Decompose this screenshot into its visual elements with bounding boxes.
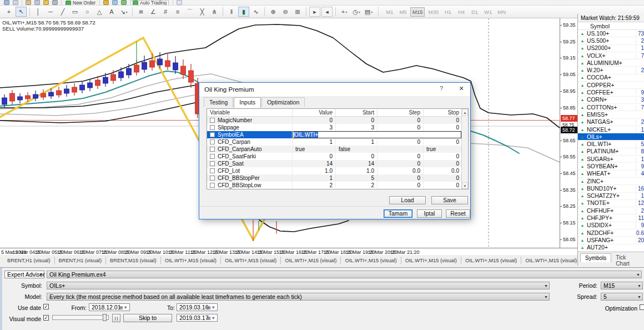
save-button[interactable]: Save bbox=[431, 196, 468, 204]
horizontal-line-icon[interactable]: ─ bbox=[45, 7, 56, 17]
visual-mode-checkbox[interactable]: ✓ bbox=[43, 315, 49, 321]
cursor-icon[interactable]: ↖ bbox=[16, 7, 27, 17]
tab-tick-chart[interactable]: Tick Chart bbox=[611, 253, 644, 268]
market-watch-row[interactable]: ▲OILs+ bbox=[578, 133, 644, 141]
symbol-select[interactable]: OILs+▼ bbox=[47, 282, 550, 289]
tab-symbols[interactable]: Symbols bbox=[580, 253, 611, 262]
skip-to-date-field[interactable]: 2019.03.17▦▼ bbox=[177, 314, 218, 322]
input-row[interactable]: MagicNumber0000 bbox=[207, 117, 468, 124]
market-watch-row[interactable]: ▲CORN+3 bbox=[578, 97, 644, 104]
timeframe-d1-button[interactable]: D1 bbox=[469, 7, 481, 17]
use-date-checkbox[interactable]: ✓ bbox=[43, 304, 49, 309]
market-watch-row[interactable]: ▲COFFEE+9 bbox=[578, 89, 644, 96]
navigator-icon[interactable] bbox=[43, 0, 49, 5]
fibo-grid-icon[interactable]: # bbox=[160, 7, 171, 17]
market-watch-row[interactable]: ▲USFANG+20 bbox=[578, 237, 644, 244]
input-row[interactable]: CFD_SaatFarki0000 bbox=[207, 153, 468, 160]
optimization-checkbox[interactable] bbox=[640, 304, 644, 310]
chart-tab[interactable]: BRENT,H1 (visual) bbox=[3, 257, 55, 264]
market-watch-row[interactable]: ▲US2000+1 bbox=[578, 45, 644, 52]
profiles-icon[interactable] bbox=[13, 0, 18, 5]
market-watch-icon[interactable] bbox=[26, 0, 31, 5]
ellipse-icon[interactable]: ○ bbox=[82, 7, 93, 17]
chart-tab[interactable]: OIL.WTI+,M15 (visual) bbox=[161, 257, 221, 264]
period-select[interactable]: M15▼ bbox=[601, 282, 643, 289]
chart-tab[interactable]: OIL.WTI+,M15 (visual) bbox=[221, 257, 281, 264]
input-row[interactable]: CFD_CarpanAutotruefalsetrue bbox=[207, 146, 468, 153]
timeframe-m30-button[interactable]: M30 bbox=[426, 7, 440, 17]
market-watch-row[interactable]: ▲AUT20+ bbox=[578, 244, 644, 252]
price-axis[interactable]: 58.77 58.75 58.72 59.3559.2559.1559.0558… bbox=[560, 18, 577, 248]
market-watch-row[interactable]: ▲NICKEL+1 bbox=[578, 126, 644, 133]
templates-icon[interactable]: ▤▾ bbox=[363, 7, 374, 17]
arrows-icon[interactable]: ↘▾ bbox=[118, 7, 129, 17]
variable-checkbox[interactable] bbox=[210, 183, 215, 188]
terminal-icon[interactable] bbox=[52, 0, 58, 5]
chart-tab[interactable]: OIL.WTI+,M15 (visual) bbox=[461, 257, 521, 264]
to-date-field[interactable]: 2019.03.16▦▼ bbox=[177, 303, 218, 311]
variable-checkbox[interactable] bbox=[210, 118, 215, 123]
variable-checkbox[interactable] bbox=[210, 132, 215, 137]
ea-name-select[interactable]: Oil King Premium.ex4▼ bbox=[47, 271, 642, 278]
market-watch-row[interactable]: ▲EMISS+ bbox=[578, 111, 644, 118]
new-order-button[interactable]: New Order bbox=[66, 0, 95, 6]
symbol-ea-edit-field[interactable]: OIL.WTI+ bbox=[293, 131, 461, 138]
market-watch-row[interactable]: ▲ALUMINIUM+ bbox=[578, 59, 644, 67]
triangle-icon[interactable]: △ bbox=[94, 7, 105, 17]
input-row[interactable]: CFD_Lot1.01.00.00.0 bbox=[207, 167, 468, 174]
chart-tab[interactable]: OIL.WTI+,M15 (visual) bbox=[521, 257, 577, 264]
chart-tab[interactable]: BRENT,M15 (visual) bbox=[106, 257, 161, 264]
timeframe-h4-button[interactable]: H4 bbox=[455, 7, 467, 17]
market-watch-row[interactable]: ▲VOLX+7 bbox=[578, 52, 644, 59]
market-watch-row[interactable]: ▲ZINC+ bbox=[578, 178, 644, 185]
market-watch-row[interactable]: ▲PLATINUM+8 bbox=[578, 148, 644, 156]
market-watch-row[interactable]: ▲CHFHUF+2 bbox=[578, 207, 644, 214]
table-scrollbar[interactable]: ▲ ▼ bbox=[461, 109, 468, 189]
market-watch-row[interactable]: ▲US.500+2 bbox=[578, 37, 644, 44]
input-row[interactable]: Slippage3300 bbox=[207, 124, 468, 131]
market-watch-row[interactable]: ▲NATGAS+2 bbox=[578, 119, 644, 126]
indicators-icon[interactable]: +▾ bbox=[339, 7, 350, 17]
chart-shift-icon[interactable]: ◂ bbox=[321, 7, 333, 17]
input-row[interactable]: CFD_Carpan1100 bbox=[207, 138, 468, 146]
variable-checkbox[interactable] bbox=[210, 139, 215, 144]
market-watch-row[interactable]: ▲W.20+2 bbox=[578, 67, 644, 74]
scroll-down-icon[interactable]: ▼ bbox=[462, 182, 468, 189]
variable-checkbox[interactable] bbox=[210, 176, 215, 181]
metaquotes-icon[interactable] bbox=[103, 0, 109, 5]
timeframe-m1-button[interactable]: M1 bbox=[384, 7, 396, 17]
market-watch-row[interactable]: ▲SOYBEAN+9 bbox=[578, 163, 644, 170]
timeframe-mn-button[interactable]: MN bbox=[495, 7, 508, 17]
variable-checkbox[interactable] bbox=[210, 161, 215, 166]
ok-button[interactable]: Tamam bbox=[384, 209, 412, 218]
variable-checkbox[interactable] bbox=[210, 147, 215, 152]
scroll-up-icon[interactable]: ▲ bbox=[462, 109, 468, 116]
market-watch-row[interactable]: ▲COTTONs+7 bbox=[578, 104, 644, 111]
help-icon[interactable] bbox=[121, 0, 127, 5]
new-chart-icon[interactable] bbox=[4, 0, 9, 5]
timeframe-w1-button[interactable]: W1 bbox=[482, 7, 494, 17]
input-row[interactable]: SymbolEAOIL.WTI+ bbox=[207, 131, 468, 138]
bar-chart-icon[interactable]: ‖ bbox=[226, 7, 237, 17]
chart-tab[interactable]: OIL.WTI+,M15 (visual) bbox=[401, 257, 461, 264]
time-axis[interactable]: 5 Mar 201915 Mar 04:2015 Mar 05:2015 Mar… bbox=[0, 248, 577, 255]
auto-scroll-icon[interactable]: ▸ bbox=[309, 7, 320, 17]
slider-thumb[interactable] bbox=[103, 314, 107, 321]
market-watch-row[interactable]: ▲WHEAT+4 bbox=[578, 171, 644, 178]
market-watch-symbol-column-header[interactable]: Symbol bbox=[578, 22, 644, 30]
line-chart-icon[interactable]: ∿ bbox=[250, 7, 261, 17]
fibo-expansion-icon[interactable]: ≡ bbox=[172, 7, 183, 17]
dialog-tab-optimization[interactable]: Optimization bbox=[261, 97, 305, 107]
market-watch-row[interactable]: ▲SUGARs+1 bbox=[578, 156, 644, 163]
input-row[interactable]: CFD_BBStopPer1500 bbox=[207, 174, 468, 182]
candlestick-chart-icon[interactable]: ▮ bbox=[238, 7, 249, 17]
andrews-pitchfork-icon[interactable]: ⋔ bbox=[209, 7, 220, 17]
tile-windows-icon[interactable]: ⊞ bbox=[292, 7, 303, 17]
reset-button[interactable]: Reset bbox=[446, 209, 470, 218]
load-button[interactable]: Load bbox=[389, 196, 426, 204]
visual-speed-slider[interactable] bbox=[52, 315, 109, 320]
vertical-line-icon[interactable]: │ bbox=[33, 7, 44, 17]
market-watch-row[interactable]: ▲CHFJPY+11 bbox=[578, 214, 644, 222]
ea-type-select[interactable]: Expert Advisor▼ bbox=[4, 271, 44, 278]
chart-tab[interactable]: OIL.WTI+,M15 (visual) bbox=[281, 257, 341, 264]
